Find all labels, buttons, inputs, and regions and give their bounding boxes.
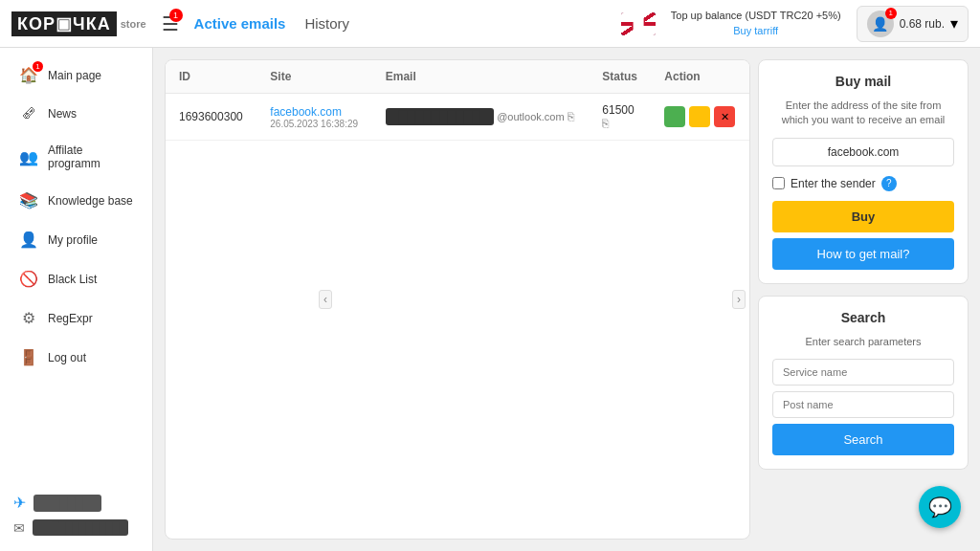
col-site: Site (256, 60, 371, 94)
buy-mail-title: Buy mail (772, 74, 954, 89)
scroll-right-arrow[interactable]: › (732, 290, 746, 309)
chevron-down-icon: ▾ (950, 14, 958, 33)
sidebar-label-regexpr: RegExpr (48, 312, 93, 325)
email-icon: ✉ (13, 520, 25, 536)
action-btn-yellow[interactable] (689, 106, 710, 127)
buy-button[interactable]: Buy (772, 201, 954, 232)
col-id: ID (166, 60, 256, 94)
sidebar-item-news[interactable]: 🗞 News (6, 96, 146, 132)
home-icon: 🏠 1 (19, 66, 38, 84)
sidebar-bottom: ✈ ████ ✉ ██████████ (0, 486, 152, 543)
user-area[interactable]: 👤 1 0.68 rub. ▾ (857, 6, 969, 42)
emails-table: ID Site Email Status Action 1693600300 (166, 60, 749, 141)
sidebar-label-logout: Log out (48, 351, 86, 364)
logo-text: КОР▣ЧКА (11, 11, 117, 36)
buy-tariff-link[interactable]: Buy tarriff (733, 25, 778, 36)
top-header: КОР▣ЧКА store ☰ 1 Active emails History … (0, 0, 980, 48)
sidebar-label-main-page: Main page (48, 69, 101, 82)
news-icon: 🗞 (19, 105, 38, 122)
action-btn-green[interactable] (664, 106, 685, 127)
search-card: Search Enter search parameters Search (758, 296, 969, 470)
site-name: facebook.com (270, 105, 358, 119)
search-desc: Enter search parameters (772, 335, 954, 349)
table-row: 1693600300 facebook.com 26.05.2023 16:38… (166, 94, 749, 141)
topup-info: Top up balance (USDT TRC20 +5%) Buy tarr… (671, 9, 841, 38)
buy-mail-site-input[interactable] (772, 138, 954, 166)
affiliate-icon: 👥 (19, 148, 38, 166)
regex-icon: ⚙ (19, 309, 38, 327)
row-status: 61500 ⎘ (589, 94, 651, 141)
row-actions: ✕ (651, 94, 749, 141)
topup-label: Top up balance (USDT TRC20 +5%) (671, 9, 841, 23)
row-site: facebook.com 26.05.2023 16:38:29 (256, 94, 371, 141)
sidebar-item-regexpr[interactable]: ⚙ RegExpr (6, 299, 146, 337)
sidebar-item-main-page[interactable]: 🏠 1 Main page (6, 56, 146, 94)
language-flag[interactable] (621, 12, 656, 35)
status-value: 61500 (602, 103, 637, 117)
content-area: ID Site Email Status Action 1693600300 (153, 48, 980, 551)
buy-mail-desc: Enter the address of the site from which… (772, 99, 954, 128)
col-action: Action (651, 60, 749, 94)
copy-email-icon[interactable]: ⎘ (568, 110, 574, 123)
buy-mail-card: Buy mail Enter the address of the site f… (758, 59, 969, 284)
search-button[interactable]: Search (772, 424, 954, 455)
email-value: ██████████ (33, 519, 128, 536)
service-name-input[interactable] (772, 359, 954, 386)
hamburger-badge: 1 (169, 9, 183, 22)
site-date: 26.05.2023 16:38:29 (270, 119, 358, 129)
how-to-get-mail-button[interactable]: How to get mail? (772, 238, 954, 270)
enter-sender-label: Enter the sender (791, 177, 876, 190)
sidebar-item-logout[interactable]: 🚪 Log out (6, 339, 146, 376)
chat-icon: 💬 (928, 496, 952, 518)
sidebar-label-my-profile: My profile (48, 233, 98, 247)
telegram-label: ████ (33, 495, 101, 512)
tab-history[interactable]: History (304, 11, 349, 35)
nav-tabs: Active emails History (194, 11, 350, 35)
action-btn-red[interactable]: ✕ (714, 106, 735, 127)
knowledge-icon: 📚 (19, 191, 38, 209)
row-email: ██████████ @outlook.com ⎘ (372, 94, 590, 141)
sidebar-label-knowledge: Knowledge base (48, 194, 133, 208)
table-body: 1693600300 facebook.com 26.05.2023 16:38… (166, 94, 749, 141)
hamburger-button[interactable]: ☰ 1 (162, 12, 179, 35)
enter-sender-checkbox[interactable] (772, 177, 785, 189)
sidebar-label-affiliate: Affilate programm (48, 143, 133, 170)
col-status: Status (589, 60, 651, 94)
enter-sender-row: Enter the sender ? (772, 176, 954, 191)
avatar: 👤 1 (867, 11, 894, 37)
user-balance: 0.68 rub. (900, 17, 945, 31)
sidebar-label-news: News (48, 107, 77, 121)
sidebar-item-knowledge[interactable]: 📚 Knowledge base (6, 182, 146, 219)
sidebar-item-black-list[interactable]: 🚫 Black List (6, 260, 146, 298)
sidebar-telegram[interactable]: ✈ ████ (13, 494, 139, 512)
sidebar: 🏠 1 Main page 🗞 News 👥 Affilate programm… (0, 48, 153, 551)
post-name-input[interactable] (772, 391, 954, 418)
block-icon: 🚫 (19, 270, 38, 288)
sidebar-email[interactable]: ✉ ██████████ (13, 519, 139, 536)
col-email: Email (372, 60, 590, 94)
action-buttons: ✕ (664, 106, 736, 127)
telegram-icon: ✈ (13, 494, 26, 512)
row-id: 1693600300 (166, 94, 256, 141)
search-title: Search (772, 310, 954, 325)
table-header: ID Site Email Status Action (166, 60, 749, 94)
logout-icon: 🚪 (19, 348, 38, 366)
main-layout: 🏠 1 Main page 🗞 News 👥 Affilate programm… (0, 48, 980, 551)
sidebar-item-my-profile[interactable]: 👤 My profile (6, 221, 146, 258)
logo: КОР▣ЧКА store (11, 11, 146, 36)
sidebar-item-affiliate[interactable]: 👥 Affilate programm (6, 134, 146, 180)
scroll-left-arrow[interactable]: ‹ (319, 290, 332, 309)
help-icon[interactable]: ? (881, 176, 897, 191)
sidebar-label-black-list: Black List (48, 273, 97, 286)
email-redacted: ██████████ (386, 108, 494, 125)
copy-status-icon[interactable]: ⎘ (602, 117, 609, 130)
fab-chat-button[interactable]: 💬 (919, 486, 961, 528)
user-badge: 1 (885, 8, 897, 19)
right-panel: Buy mail Enter the address of the site f… (758, 59, 969, 540)
logo-store: store (121, 18, 146, 30)
tab-active-emails[interactable]: Active emails (194, 11, 286, 35)
home-badge: 1 (33, 61, 43, 72)
profile-icon: 👤 (19, 231, 38, 249)
